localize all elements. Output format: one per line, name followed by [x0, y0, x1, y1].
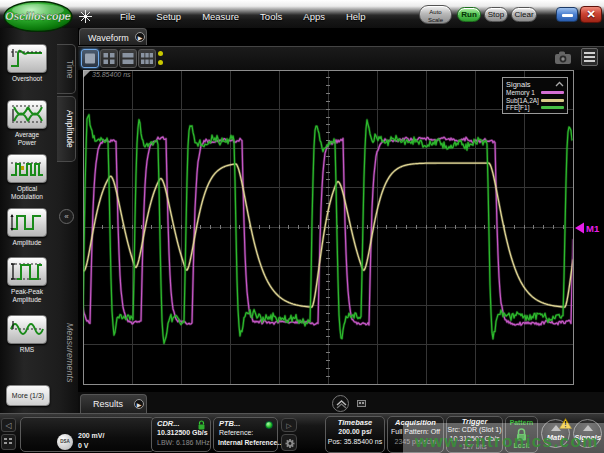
legend-row: FFE[F1] — [506, 104, 564, 112]
tab-results[interactable]: Results ▶ — [80, 394, 147, 413]
statusbar-grid-button[interactable] — [1, 434, 16, 450]
oscilloscope-window: File Setup Measure Tools Apps Help Auto … — [0, 0, 604, 453]
timebase-position-overlay: 35.85400 ns — [92, 71, 131, 78]
ffe-swatch — [541, 106, 564, 109]
menu-setup[interactable]: Setup — [156, 11, 181, 22]
measurement-rms[interactable]: RMS — [5, 315, 49, 354]
menu-file[interactable]: File — [120, 11, 135, 22]
measurement-peak-peak-amplitude[interactable]: Peak-Peak Amplitude — [5, 257, 49, 303]
status-bar: ◁ DSA 200 mV/ 0 V CDR... 10.312500 Gb/s … — [0, 413, 604, 453]
ptb-reference-value: Internal Reference... — [214, 438, 277, 448]
sidebar-title: Measurements — [55, 295, 75, 410]
timebase-scale: 200.00 ps/ — [326, 427, 384, 437]
memory1-swatch — [541, 91, 564, 94]
layout-single-button[interactable] — [81, 49, 99, 68]
measurement-overshoot[interactable]: Overshoot — [5, 44, 49, 83]
tab-waveform[interactable]: Waveform ▶ — [79, 28, 147, 45]
run-button[interactable]: Run — [457, 7, 481, 22]
rms-icon — [8, 316, 46, 343]
menu-measure[interactable]: Measure — [202, 11, 239, 22]
ptb-panel[interactable]: PTB... Reference: Internal Reference... — [213, 417, 278, 452]
menu-tools[interactable]: Tools — [260, 11, 282, 22]
statusbar-play-button[interactable]: ▷ — [281, 418, 297, 432]
timebase-position: Pos: 35.85400 ns — [326, 437, 384, 447]
menu-help[interactable]: Help — [346, 11, 366, 22]
sub-swatch — [541, 99, 564, 102]
marker-dot-1[interactable] — [158, 51, 163, 56]
channel-scale: 200 mV/ — [78, 431, 104, 441]
clear-button[interactable]: Clear — [511, 7, 537, 22]
auto-scale-button[interactable]: Auto Scale — [419, 5, 452, 24]
screenshot-camera-icon[interactable] — [554, 50, 572, 65]
dsa-badge: DSA — [57, 434, 73, 450]
waveform-tab-play-icon[interactable]: ▶ — [135, 32, 145, 42]
ptb-reference: Reference: — [214, 428, 277, 438]
signals-legend[interactable]: Signals Memory 1 Sub[1A,2A] FFE[F1] — [502, 77, 568, 114]
peak-peak-amplitude-icon — [8, 258, 46, 285]
overshoot-icon — [8, 45, 46, 72]
legend-row: Sub[1A,2A] — [506, 97, 564, 105]
sidebar-tab-time[interactable]: Time — [57, 44, 76, 94]
display-layout-toolbar — [78, 46, 604, 70]
stop-button[interactable]: Stop — [484, 7, 508, 22]
sidebar-tab-amplitude[interactable]: Amplitude — [57, 96, 76, 162]
layout-quad-button[interactable] — [100, 49, 118, 68]
panel-menu-icon[interactable] — [581, 48, 598, 66]
expand-results-button[interactable] — [332, 395, 349, 412]
timebase-panel[interactable]: Timebase 200.00 ps/ Pos: 35.85400 ns — [325, 416, 385, 453]
optical-modulation-icon — [8, 155, 46, 182]
results-tab-play-icon[interactable]: ▶ — [134, 399, 144, 409]
amplitude-icon — [8, 209, 46, 236]
channel-panel[interactable]: DSA 200 mV/ 0 V — [20, 417, 155, 452]
oscilloscope-logo: Oscilloscope — [3, 1, 73, 32]
watermark-text: www.cntronics.com — [415, 432, 604, 452]
marker-dot-2[interactable] — [158, 60, 163, 65]
logo-text: Oscilloscope — [5, 10, 71, 22]
spark-icon — [78, 9, 93, 24]
measurement-optical-modulation[interactable]: Optical Modulation — [5, 154, 49, 200]
measurement-amplitude[interactable]: Amplitude — [5, 208, 49, 247]
gear-icon — [283, 436, 297, 451]
legend-collapse-icon[interactable] — [555, 81, 564, 88]
mini-display-icon[interactable] — [357, 400, 366, 407]
average-power-icon — [8, 101, 46, 128]
channel-offset: 0 V — [78, 441, 104, 451]
ptb-status-led — [265, 421, 273, 429]
legend-row: Memory 1 — [506, 89, 564, 97]
collapse-sidebar-button[interactable]: « — [59, 209, 74, 224]
measurement-average-power[interactable]: Average Power — [5, 100, 49, 146]
close-button[interactable]: ✕ — [580, 6, 602, 23]
cdr-panel[interactable]: CDR... 10.312500 Gb/s LBW: 6.186 MHz — [151, 417, 211, 452]
statusbar-prev-button[interactable]: ◁ — [1, 418, 16, 432]
title-bar: File Setup Measure Tools Apps Help Auto … — [0, 0, 604, 28]
cdr-lock-icon — [197, 420, 206, 430]
legend-title: Signals — [506, 80, 531, 89]
more-measurements-button[interactable]: More (1/3) — [6, 385, 50, 406]
menu-bar: File Setup Measure Tools Apps Help — [120, 9, 366, 23]
cdr-lbw: LBW: 6.186 MHz — [152, 438, 210, 448]
layout-stacked-button[interactable] — [119, 49, 137, 68]
menu-apps[interactable]: Apps — [303, 11, 325, 22]
statusbar-gear-button[interactable] — [281, 434, 297, 451]
minimize-icon — [562, 14, 573, 17]
layout-six-button[interactable] — [138, 49, 156, 68]
minimize-button[interactable] — [556, 7, 578, 22]
